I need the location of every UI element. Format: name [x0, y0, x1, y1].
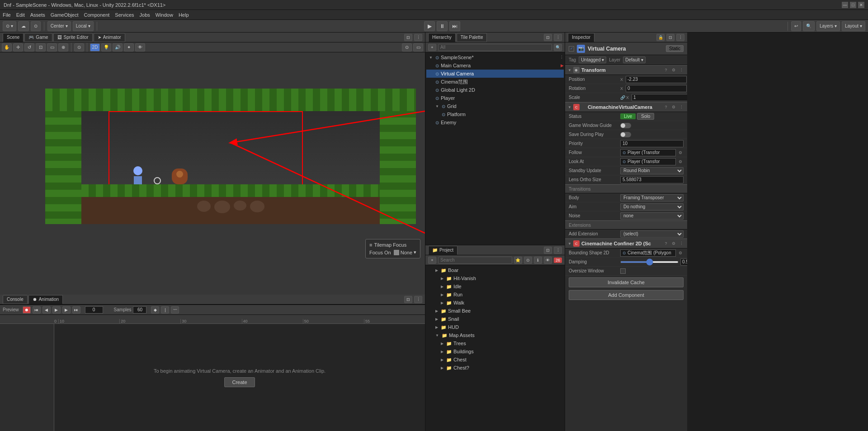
scale-tool[interactable]: ⊡ — [36, 43, 46, 52]
project-filter-button[interactable]: ⊙ — [524, 257, 532, 264]
transform-tool[interactable]: ⊕ — [58, 43, 68, 52]
maximize-button[interactable]: □ — [850, 2, 856, 8]
play-anim-button[interactable]: ▶ — [52, 306, 61, 314]
proj-item-walk[interactable]: ▶ 📁 Walk — [426, 299, 564, 307]
hier-search-button[interactable]: 🔍 — [554, 44, 562, 51]
tab-scene[interactable]: Scene — [3, 33, 24, 42]
rot-x-field[interactable] — [626, 85, 687, 92]
bounding-field[interactable]: ⊙ Cinema范围 (Polygon — [620, 249, 676, 257]
goto-start-button[interactable]: ⏮ — [33, 306, 41, 314]
record-button[interactable]: ⏺ — [23, 306, 31, 314]
proj-item-hitvanish[interactable]: ▶ 📁 Hit-Vanish — [426, 274, 564, 282]
cloud-button[interactable]: ☁ — [18, 21, 29, 31]
proj-item-chest[interactable]: ▶ 📁 Chest — [426, 356, 564, 364]
project-visibility-button[interactable]: 👁 — [544, 257, 552, 264]
aim-select[interactable]: Do nothing — [620, 203, 684, 211]
confiner-settings[interactable]: ⚙ — [670, 240, 677, 247]
body-select[interactable]: Framing Transposer — [620, 194, 684, 201]
menu-assets[interactable]: Assets — [30, 12, 45, 18]
proj-item-chest2[interactable]: ▶ 📁 Chest? — [426, 364, 564, 372]
cinemachine-help[interactable]: ? — [663, 104, 669, 110]
menu-jobs[interactable]: Jobs — [140, 12, 150, 18]
transform-help[interactable]: ? — [663, 67, 669, 73]
transform-settings[interactable]: ⚙ — [670, 67, 677, 73]
2d-tool[interactable]: 2D — [90, 43, 100, 52]
proj-item-smallbee[interactable]: ▶ 📁 Small Bee — [426, 307, 564, 315]
menu-file[interactable]: File — [3, 12, 11, 18]
proj-item-run[interactable]: ▶ 📁 Run — [426, 290, 564, 299]
inspector-maximize[interactable]: ⊡ — [666, 34, 675, 41]
project-info-button[interactable]: ℹ — [534, 257, 542, 264]
prev-frame-button[interactable]: ◀ — [42, 306, 51, 314]
search-button[interactable]: 🔍 — [803, 21, 815, 31]
hier-menu[interactable]: ⋮ — [554, 34, 562, 41]
follow-settings[interactable]: ⚙ — [677, 150, 684, 156]
noise-select[interactable]: none — [620, 212, 684, 220]
oversize-checkbox[interactable] — [620, 268, 626, 274]
move-tool[interactable]: ✛ — [13, 43, 23, 52]
tab-tile-palette[interactable]: Tile Palette — [457, 33, 487, 42]
step-button[interactable]: ⏭ — [449, 21, 460, 31]
hier-item-globallight[interactable]: ⊙ Global Light 2D — [426, 86, 564, 94]
invalidate-cache-button[interactable]: Invalidate Cache — [569, 277, 684, 287]
light-tool[interactable]: 💡 — [101, 43, 111, 52]
add-extension-select[interactable]: (select) — [620, 230, 684, 238]
transform-menu[interactable]: ⋮ — [678, 67, 684, 73]
menu-gameobject[interactable]: GameObject — [51, 12, 79, 18]
tag-dropdown[interactable]: Untagged ▾ — [579, 56, 606, 63]
layout-button[interactable]: Layout ▾ — [842, 21, 865, 31]
pos-x-field[interactable] — [626, 76, 687, 83]
project-fav-button[interactable]: ⭐ — [514, 257, 522, 264]
rect-tool[interactable]: ▭ — [47, 43, 57, 52]
bounding-settings[interactable]: ⚙ — [677, 250, 684, 256]
solo-button[interactable]: Solo — [637, 113, 654, 120]
static-button[interactable]: Static — [666, 45, 684, 52]
account-button[interactable]: ⊙ ▾ — [3, 21, 16, 31]
add-component-button[interactable]: Add Component — [569, 290, 684, 300]
confiner-help[interactable]: ? — [663, 240, 669, 247]
save-during-play-toggle[interactable] — [620, 132, 631, 137]
tab-game[interactable]: 🎮 Game — [24, 33, 52, 42]
priority-field[interactable] — [620, 140, 684, 147]
proj-item-boar[interactable]: ▶ 📁 Boar — [426, 266, 564, 274]
tab-sprite-editor[interactable]: 🖼 Sprite Editor — [53, 33, 93, 42]
local-button[interactable]: Local ▾ — [73, 21, 94, 31]
collab-button[interactable]: ⊙ — [31, 21, 41, 31]
menu-component[interactable]: Component — [84, 12, 109, 18]
proj-item-buildings[interactable]: ▶ 📁 Buildings — [426, 347, 564, 356]
create-animation-button[interactable]: Create — [224, 377, 255, 387]
focus-dropdown[interactable]: None ▾ — [394, 249, 416, 255]
hier-item-samplescene[interactable]: ▼ ⊙ SampleScene* ⋮ — [426, 53, 564, 61]
look-at-field[interactable]: ⊙ Player (Transfor — [620, 158, 676, 165]
hand-tool[interactable]: ✋ — [2, 43, 12, 52]
hierarchy-search[interactable] — [438, 44, 552, 51]
scale-x-field[interactable] — [632, 94, 687, 101]
anim-maximize[interactable]: ⊡ — [404, 296, 412, 303]
pause-button[interactable]: ⏸ — [437, 21, 448, 31]
tab-console[interactable]: Console — [3, 295, 28, 304]
menu-edit[interactable]: Edit — [16, 12, 25, 18]
hier-item-grid[interactable]: ▼ ⊙ Grid — [426, 102, 564, 110]
tab-project[interactable]: 📁 Project — [428, 246, 458, 255]
menu-services[interactable]: Services — [115, 12, 134, 18]
curve-button[interactable]: 〰 — [171, 306, 179, 314]
aspect-tool[interactable]: ▭ — [413, 43, 423, 52]
lens-field[interactable] — [620, 176, 684, 183]
goto-end-button[interactable]: ⏭ — [72, 306, 80, 314]
hier-item-cinema[interactable]: ⊙ Cinema范围 — [426, 78, 564, 86]
look-at-settings[interactable]: ⚙ — [677, 159, 684, 165]
project-maximize[interactable]: ⊡ — [544, 247, 552, 254]
layers-button[interactable]: Layers ▾ — [816, 21, 840, 31]
proj-item-snail[interactable]: ▶ 📁 Snail — [426, 315, 564, 323]
hidden-tool[interactable]: 👁 — [135, 43, 145, 52]
effects-tool[interactable]: ✦ — [124, 43, 134, 52]
proj-item-hud[interactable]: ▶ 📁 HUD — [426, 323, 564, 331]
damping-field[interactable] — [680, 258, 687, 266]
hier-item-platform[interactable]: ⊙ Platform — [426, 110, 564, 118]
scene-canvas[interactable]: ≡ Tilemap Focus Focus On None ▾ — [0, 52, 425, 295]
close-button[interactable]: ✕ — [858, 2, 864, 8]
transform-component-header[interactable]: ▼ ⊕ Transform ? ⚙ ⋮ — [565, 65, 687, 75]
menu-help[interactable]: Help — [179, 12, 189, 18]
anim-menu[interactable]: ⋮ — [414, 296, 422, 303]
confiner-component-header[interactable]: ▼ C Cinemachine Confiner 2D (Sc ? ⚙ ⋮ — [565, 239, 687, 248]
